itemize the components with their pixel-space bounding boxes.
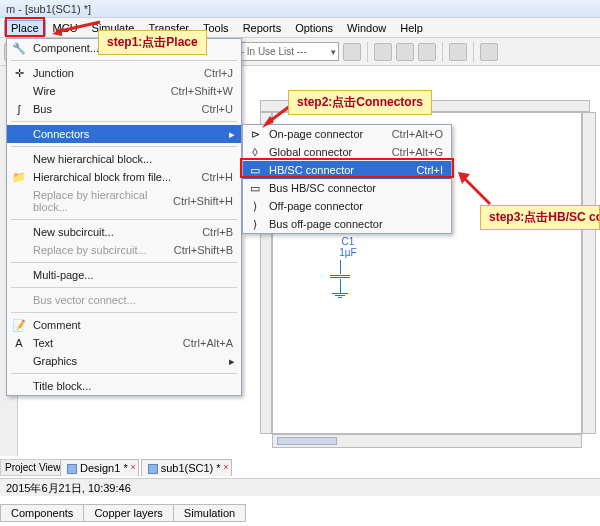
menu-item-wire[interactable]: Wire Ctrl+Shift+W (7, 82, 241, 100)
menu-separator (11, 60, 237, 61)
menu-item-bus-vector: Bus vector connect... (7, 291, 241, 309)
menu-separator (11, 287, 237, 288)
menu-separator (11, 219, 237, 220)
tab-components[interactable]: Components (0, 504, 84, 522)
toolbar-icon[interactable] (396, 43, 414, 61)
menu-shortcut: Ctrl+Alt+O (392, 128, 443, 140)
component-label: C1 1µF (328, 236, 368, 258)
status-datetime: 2015年6月21日, 10:39:46 (6, 482, 131, 494)
comment-icon: 📝 (11, 318, 27, 332)
menu-item-label: Wire (33, 85, 56, 97)
project-view-tab[interactable]: Project View (0, 459, 65, 476)
window-titlebar: m - [sub1(SC1) *] (0, 0, 600, 18)
menu-item-replace-hierarchical: Replace by hierarchical block... Ctrl+Sh… (7, 186, 241, 216)
tab-simulation[interactable]: Simulation (173, 504, 246, 522)
callout-step1: step1:点击Place (98, 30, 207, 55)
connector-icon: ▭ (247, 163, 263, 177)
toolbar-help-icon[interactable] (480, 43, 498, 61)
menu-item-bus[interactable]: ∫ Bus Ctrl+U (7, 100, 241, 118)
callout-text: step1:点击Place (107, 35, 198, 49)
bus-icon: ∫ (11, 102, 27, 116)
connector-icon: ◊ (247, 145, 263, 159)
callout-step3: step3:点击HB/SC connector (480, 205, 600, 230)
menu-item-bus-hbsc-connector[interactable]: ▭ Bus HB/SC connector (243, 179, 451, 197)
menu-item-hbsc-connector[interactable]: ▭ HB/SC connector Ctrl+I (243, 161, 451, 179)
capacitor-symbol[interactable] (330, 260, 350, 293)
junction-icon: ✛ (11, 66, 27, 80)
menu-item-label: Bus off-page connector (269, 218, 383, 230)
menu-shortcut: Ctrl+Shift+B (174, 244, 233, 256)
menu-separator (11, 373, 237, 374)
menu-item-label: Component... (33, 42, 99, 54)
menu-item-graphics[interactable]: Graphics (7, 352, 241, 370)
menu-shortcut: Ctrl+Alt+A (183, 337, 233, 349)
menu-item-global-connector[interactable]: ◊ Global connector Ctrl+Alt+G (243, 143, 451, 161)
menu-shortcut: Ctrl+U (202, 103, 233, 115)
menu-options[interactable]: Options (288, 20, 340, 36)
menu-window[interactable]: Window (340, 20, 393, 36)
menu-item-offpage-connector[interactable]: ⟩ Off-page connector (243, 197, 451, 215)
menu-item-label: HB/SC connector (269, 164, 354, 176)
menu-item-comment[interactable]: 📝 Comment (7, 316, 241, 334)
menu-item-multipage[interactable]: Multi-page... (7, 266, 241, 284)
file-icon: 📁 (11, 170, 27, 184)
place-menu: 🔧 Component... ✛ Junction Ctrl+J Wire Ct… (6, 38, 242, 396)
menu-place[interactable]: Place (4, 20, 46, 36)
scrollbar-vertical[interactable] (582, 112, 596, 434)
toolbar-icon[interactable] (374, 43, 392, 61)
toolbar-separator (367, 42, 368, 62)
menu-item-label: Off-page connector (269, 200, 363, 212)
close-icon[interactable]: × (130, 462, 135, 472)
menu-item-label: Global connector (269, 146, 352, 158)
in-use-list-combo[interactable]: --- In Use List --- (229, 42, 339, 61)
menu-item-label: Title block... (33, 380, 91, 392)
connector-icon: ⟩ (247, 217, 263, 231)
menu-item-label: New hierarchical block... (33, 153, 152, 165)
menu-shortcut: Ctrl+Shift+W (171, 85, 233, 97)
menu-help[interactable]: Help (393, 20, 430, 36)
menu-item-label: Bus vector connect... (33, 294, 136, 306)
menu-shortcut: Ctrl+B (202, 226, 233, 238)
menu-shortcut: Ctrl+H (202, 171, 233, 183)
menu-item-bus-offpage-connector[interactable]: ⟩ Bus off-page connector (243, 215, 451, 233)
tab-label: Design1 * (80, 462, 128, 474)
tab-design1[interactable]: Design1 *× (60, 459, 139, 476)
ground-symbol[interactable] (332, 292, 348, 299)
menu-item-title-block[interactable]: Title block... (7, 377, 241, 395)
callout-text: step3:点击HB/SC connector (489, 210, 600, 224)
window-title: m - [sub1(SC1) *] (6, 3, 594, 15)
menu-separator (11, 262, 237, 263)
menu-item-hierarchical-file[interactable]: 📁 Hierarchical block from file... Ctrl+H (7, 168, 241, 186)
toolbar-icon[interactable] (418, 43, 436, 61)
annotation-arrow (52, 18, 102, 40)
menu-item-label: Multi-page... (33, 269, 94, 281)
scrollbar-horizontal[interactable] (272, 434, 582, 448)
menu-item-new-hierarchical[interactable]: New hierarchical block... (7, 150, 241, 168)
menu-item-text[interactable]: A Text Ctrl+Alt+A (7, 334, 241, 352)
close-icon[interactable]: × (223, 462, 228, 472)
tab-sub1[interactable]: sub1(SC1) *× (141, 459, 232, 476)
menu-item-new-subcircuit[interactable]: New subcircuit... Ctrl+B (7, 223, 241, 241)
toolbar-icon[interactable] (343, 43, 361, 61)
menu-reports[interactable]: Reports (236, 20, 289, 36)
scrollbar-thumb[interactable] (277, 437, 337, 445)
menu-item-label: Graphics (33, 355, 77, 367)
toolbar-icon[interactable] (449, 43, 467, 61)
menu-separator (11, 121, 237, 122)
menu-item-connectors[interactable]: Connectors (7, 125, 241, 143)
text-icon: A (11, 336, 27, 350)
callout-step2: step2:点击Connectors (288, 90, 432, 115)
menu-item-junction[interactable]: ✛ Junction Ctrl+J (7, 64, 241, 82)
menu-item-label: Replace by subcircuit... (33, 244, 147, 256)
tab-copper-layers[interactable]: Copper layers (83, 504, 173, 522)
tab-label: sub1(SC1) * (161, 462, 221, 474)
connector-icon: ▭ (247, 181, 263, 195)
document-tabs: Design1 *× sub1(SC1) *× (60, 459, 232, 476)
menu-item-label: Connectors (33, 128, 89, 140)
svg-marker-0 (52, 28, 62, 36)
menu-item-replace-subcircuit: Replace by subcircuit... Ctrl+Shift+B (7, 241, 241, 259)
toolbar-separator (473, 42, 474, 62)
menu-shortcut: Ctrl+Shift+H (173, 195, 233, 207)
component-ref: C1 (328, 236, 368, 247)
component-icon: 🔧 (11, 41, 27, 55)
